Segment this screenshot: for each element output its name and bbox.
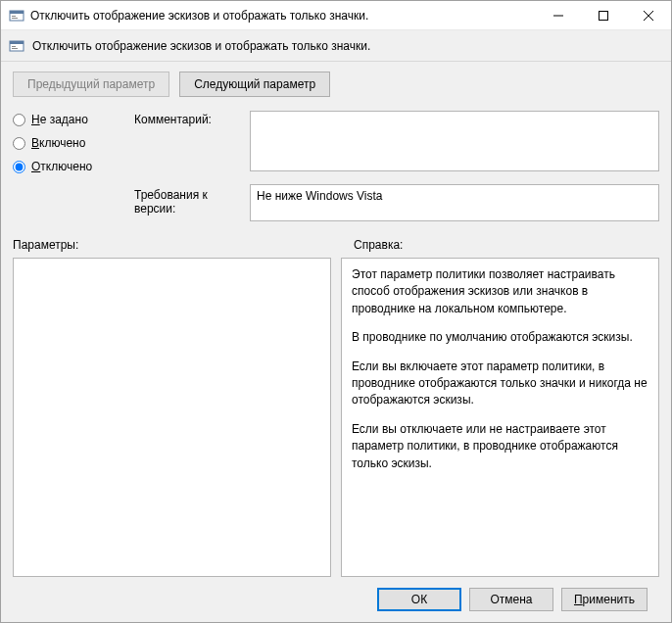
- radio-disabled[interactable]: Отключено: [13, 160, 126, 173]
- titlebar: Отключить отображение эскизов и отобража…: [1, 1, 671, 30]
- pane-labels: Параметры: Справка:: [13, 238, 659, 252]
- window-title: Отключить отображение эскизов и отобража…: [30, 9, 536, 23]
- svg-rect-11: [12, 48, 18, 49]
- svg-rect-1: [10, 11, 24, 14]
- ok-button[interactable]: ОК: [377, 588, 461, 611]
- maximize-button[interactable]: [581, 1, 626, 30]
- svg-rect-3: [12, 18, 18, 19]
- svg-rect-9: [10, 41, 24, 44]
- requirements-textarea[interactable]: [250, 184, 659, 221]
- svg-rect-10: [12, 46, 16, 47]
- previous-parameter-button[interactable]: Предыдущий параметр: [13, 72, 169, 97]
- help-pane[interactable]: Этот параметр политики позволяет настраи…: [341, 258, 659, 577]
- parameters-label: Параметры:: [13, 238, 354, 252]
- help-paragraph: Если вы отключаете или не настраиваете э…: [352, 421, 648, 472]
- help-paragraph: Этот параметр политики позволяет настраи…: [352, 266, 648, 317]
- help-paragraph: В проводнике по умолчанию отображаются э…: [352, 329, 648, 346]
- policy-icon: [9, 38, 24, 54]
- close-button[interactable]: [626, 1, 671, 30]
- help-paragraph: Если вы включаете этот параметр политики…: [352, 359, 648, 409]
- radio-not-configured-label: Не задано: [31, 113, 88, 126]
- comment-textarea[interactable]: [250, 111, 659, 171]
- radio-not-configured-input[interactable]: [13, 114, 25, 126]
- app-icon: [9, 8, 24, 24]
- radio-disabled-label: Отключено: [31, 160, 92, 173]
- cancel-button[interactable]: Отмена: [469, 588, 553, 611]
- window-controls: [536, 1, 671, 30]
- apply-button[interactable]: Применить: [561, 588, 648, 611]
- minimize-button[interactable]: [536, 1, 581, 30]
- help-label: Справка:: [354, 238, 403, 252]
- next-parameter-button[interactable]: Следующий параметр: [179, 72, 330, 97]
- parameters-pane[interactable]: [13, 258, 331, 577]
- svg-rect-2: [12, 16, 16, 17]
- requirements-label: Требования к версии:: [134, 184, 242, 224]
- panes: Этот параметр политики позволяет настраи…: [13, 258, 659, 577]
- subheader: Отключить отображение эскизов и отобража…: [1, 30, 671, 62]
- radio-not-configured[interactable]: Не задано: [13, 113, 126, 126]
- radio-enabled-label: Включено: [31, 136, 85, 150]
- content-area: Предыдущий параметр Следующий параметр Н…: [1, 62, 671, 622]
- subheader-text: Отключить отображение эскизов и отобража…: [32, 39, 370, 53]
- svg-rect-5: [600, 11, 608, 20]
- footer: ОК Отмена Применить: [13, 577, 659, 622]
- nav-row: Предыдущий параметр Следующий параметр: [13, 72, 659, 97]
- radio-enabled[interactable]: Включено: [13, 136, 126, 150]
- radio-disabled-input[interactable]: [13, 161, 25, 173]
- radio-enabled-input[interactable]: [13, 137, 25, 150]
- comment-label: Комментарий:: [134, 111, 242, 174]
- settings-grid: Не задано Включено Отключено Комментарий…: [13, 111, 659, 224]
- state-radios: Не задано Включено Отключено: [13, 111, 126, 224]
